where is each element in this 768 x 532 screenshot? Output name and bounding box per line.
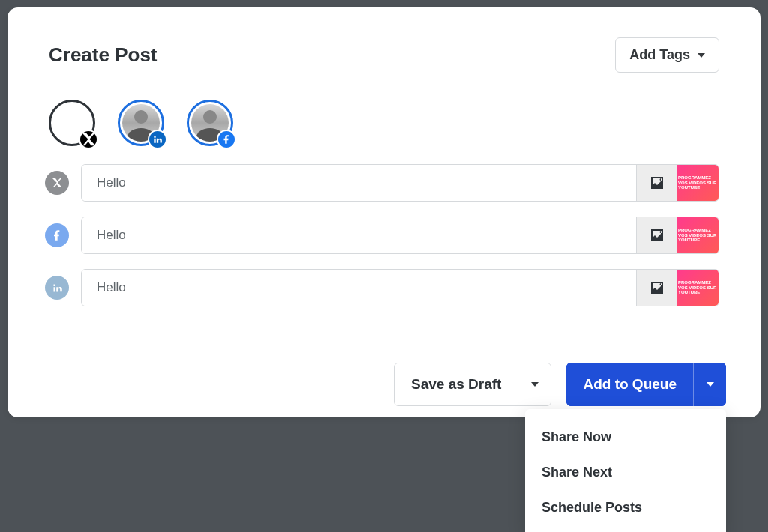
compose-row-x: PROGRAMMEZ VOS VIDEOS SUR YOUTUBE	[45, 164, 719, 202]
footer-actions: Save as Draft Add to Queue	[8, 351, 760, 417]
facebook-icon	[45, 223, 69, 247]
compose-input[interactable]	[82, 165, 636, 201]
chevron-down-icon	[698, 53, 705, 58]
media-thumbnail[interactable]: PROGRAMMEZ VOS VIDEOS SUR YOUTUBE	[676, 270, 718, 306]
queue-dropdown: Share Now Share Next Schedule Posts	[525, 409, 726, 532]
compose-row-linkedin: PROGRAMMEZ VOS VIDEOS SUR YOUTUBE	[45, 269, 719, 306]
save-draft-group: Save as Draft	[394, 363, 551, 406]
create-post-card: Create Post Add Tags	[8, 7, 760, 417]
save-draft-label: Save as Draft	[411, 376, 501, 393]
add-queue-label: Add to Queue	[583, 376, 676, 393]
linkedin-icon	[45, 276, 69, 300]
dropdown-item-schedule[interactable]: Schedule Posts	[525, 490, 726, 525]
compose-rows: PROGRAMMEZ VOS VIDEOS SUR YOUTUBE PROGRA…	[8, 160, 760, 306]
image-icon	[648, 174, 666, 192]
attach-image-button[interactable]	[636, 217, 676, 253]
compose-input[interactable]	[82, 270, 636, 306]
account-linkedin[interactable]	[118, 100, 164, 146]
account-x[interactable]	[49, 100, 95, 146]
linkedin-icon	[148, 130, 167, 149]
media-thumbnail[interactable]: PROGRAMMEZ VOS VIDEOS SUR YOUTUBE	[676, 217, 718, 253]
save-draft-button[interactable]: Save as Draft	[394, 363, 518, 405]
dropdown-item-share-next[interactable]: Share Next	[525, 455, 726, 490]
x-icon	[79, 130, 98, 149]
image-icon	[648, 279, 666, 297]
thumbnail-text: PROGRAMMEZ VOS VIDEOS SUR YOUTUBE	[678, 280, 717, 295]
media-thumbnail[interactable]: PROGRAMMEZ VOS VIDEOS SUR YOUTUBE	[676, 165, 718, 201]
add-tags-label: Add Tags	[629, 47, 690, 63]
dropdown-item-share-now[interactable]: Share Now	[525, 420, 726, 455]
compose-input-box: PROGRAMMEZ VOS VIDEOS SUR YOUTUBE	[81, 164, 719, 202]
page-title: Create Post	[49, 43, 158, 67]
image-icon	[648, 226, 666, 244]
account-facebook[interactable]	[187, 100, 233, 146]
add-queue-caret-button[interactable]	[693, 363, 726, 406]
save-draft-caret-button[interactable]	[518, 363, 550, 405]
attach-image-button[interactable]	[636, 270, 676, 306]
add-queue-group: Add to Queue	[566, 363, 726, 406]
add-queue-button[interactable]: Add to Queue	[566, 363, 693, 406]
chevron-down-icon	[706, 382, 714, 387]
compose-row-facebook: PROGRAMMEZ VOS VIDEOS SUR YOUTUBE	[45, 217, 719, 254]
compose-input[interactable]	[82, 217, 636, 253]
accounts-row	[8, 73, 760, 160]
compose-input-box: PROGRAMMEZ VOS VIDEOS SUR YOUTUBE	[81, 217, 719, 254]
compose-input-box: PROGRAMMEZ VOS VIDEOS SUR YOUTUBE	[81, 269, 719, 306]
add-tags-button[interactable]: Add Tags	[615, 37, 719, 73]
thumbnail-text: PROGRAMMEZ VOS VIDEOS SUR YOUTUBE	[678, 175, 717, 190]
x-icon	[45, 171, 69, 195]
chevron-down-icon	[531, 382, 538, 387]
header: Create Post Add Tags	[8, 7, 760, 73]
facebook-icon	[217, 130, 236, 149]
attach-image-button[interactable]	[636, 165, 676, 201]
thumbnail-text: PROGRAMMEZ VOS VIDEOS SUR YOUTUBE	[678, 228, 717, 243]
